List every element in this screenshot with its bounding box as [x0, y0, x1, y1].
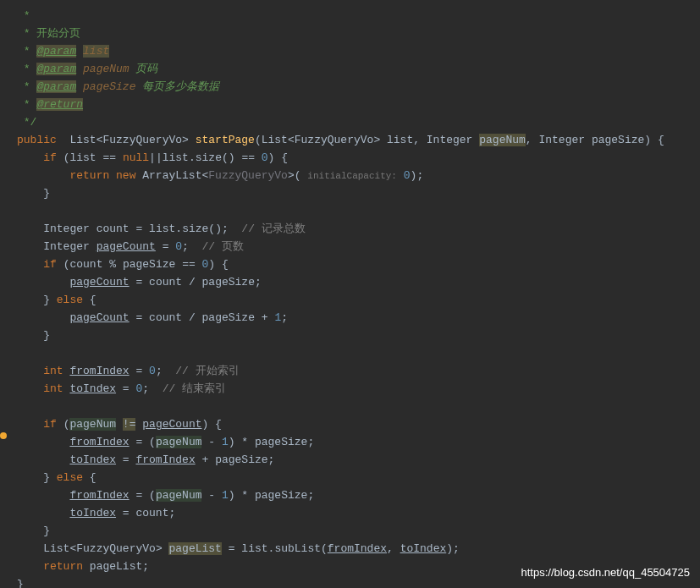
param-hint: initialCapacity: [307, 171, 397, 181]
comment: // 记录总数 [241, 223, 305, 235]
code-line: } else { [17, 291, 700, 309]
kw-return: return [69, 169, 109, 182]
doc-tag-return: @return [36, 98, 83, 111]
doc-param-desc: 页码 [130, 63, 158, 75]
doc-line: * [17, 7, 700, 25]
code-line: int toIndex = 0; // 结束索引 [17, 380, 700, 398]
code-line: Integer count = list.size(); // 记录总数 [17, 220, 700, 238]
code-line: if (list == null||list.size() == 0) { [17, 149, 700, 167]
doc-param-name: pageNum [83, 63, 130, 75]
num-zero: 0 [262, 151, 268, 164]
doc-line: * @param pageNum 页码 [17, 60, 700, 78]
type-integer: Integer [427, 134, 473, 146]
kw-public: public [17, 134, 57, 146]
var-pagelist: pageList [168, 542, 221, 555]
var-fromindex: fromIndex [69, 365, 129, 377]
type-fuzzy: FuzzyQueryVo [295, 134, 374, 146]
code-line: } [17, 327, 700, 344]
comment: // 开始索引 [175, 365, 239, 377]
gutter-warning-icon[interactable] [0, 432, 7, 439]
code-line: pageCount = count / pageSize; [17, 273, 700, 291]
code-line: Integer pageCount = 0; // 页数 [17, 238, 700, 256]
doc-param-name: list [83, 45, 109, 58]
kw-null: null [123, 151, 149, 164]
code-line: int fromIndex = 0; // 开始索引 [17, 362, 700, 380]
doc-line: * @param pageSize 每页多少条数据 [17, 78, 700, 96]
blank-line [17, 398, 700, 415]
code-line: } [17, 522, 700, 540]
var-toindex: toIndex [69, 382, 116, 395]
type-fuzzy: FuzzyQueryVo [102, 134, 182, 146]
method-signature: public List<FuzzyQueryVo> startPage(List… [17, 131, 700, 149]
kw-else: else [57, 294, 83, 306]
kw-int: int [43, 365, 63, 377]
doc-param-name: pageSize [83, 80, 135, 93]
doc-line: * 开始分页 [17, 25, 700, 42]
doc-tag-param: @param [36, 80, 76, 93]
code-line: List<FuzzyQueryVo> pageList = list.subLi… [17, 540, 700, 558]
code-editor[interactable]: * * 开始分页 * @param list * @param pageNum … [0, 0, 700, 588]
blank-line [17, 202, 700, 220]
var-pagecount: pageCount [96, 240, 156, 253]
type-fuzzy: FuzzyQueryVo [208, 169, 288, 182]
code-line: toIndex = fromIndex + pageSize; [17, 451, 700, 469]
comment: // 页数 [202, 240, 244, 253]
doc-line: * @return [17, 96, 700, 113]
code-line: toIndex = count; [17, 504, 700, 522]
type-arraylist: ArrayList [142, 169, 201, 182]
code-line: } [17, 184, 700, 202]
type-list: List [262, 134, 288, 146]
code-line: if (count % pageSize == 0) { [17, 256, 700, 273]
num-one: 1 [274, 311, 281, 324]
code-line: return new ArrayList<FuzzyQueryVo>( init… [17, 167, 700, 184]
doc-tag-param: @param [36, 63, 76, 75]
doc-desc: * 开始分页 [17, 27, 80, 40]
code-line: pageCount = count / pageSize + 1; [17, 309, 700, 327]
param-pagesize: pageSize [592, 134, 644, 146]
doc-star: * [17, 9, 30, 22]
param-pagenum: pageNum [479, 134, 526, 146]
comment: // 结束索引 [163, 382, 226, 395]
code-line: } else { [17, 469, 700, 486]
doc-tag-param: @param [36, 45, 76, 58]
type-list: List [69, 134, 96, 146]
param-list: list [387, 134, 413, 146]
doc-param-desc: 每页多少条数据 [142, 80, 219, 93]
code-line: fromIndex = (pageNum - 1) * pageSize; [17, 486, 700, 504]
doc-end: */ [17, 116, 36, 129]
kw-if: if [43, 151, 57, 164]
op-neq: != [123, 418, 136, 431]
code-line: fromIndex = (pageNum - 1) * pageSize; [17, 433, 700, 451]
watermark-text: https://blog.csdn.net/qq_45504725 [521, 563, 691, 581]
kw-new: new [116, 169, 135, 182]
type-integer: Integer [538, 134, 585, 146]
doc-line: * @param list [17, 42, 700, 60]
code-line: if (pageNum != pageCount) { [17, 415, 700, 433]
call-sublist: subList [274, 542, 321, 555]
doc-line: */ [17, 113, 700, 131]
method-name: startPage [196, 134, 255, 146]
var-count: count [96, 223, 130, 235]
blank-line [17, 344, 700, 362]
